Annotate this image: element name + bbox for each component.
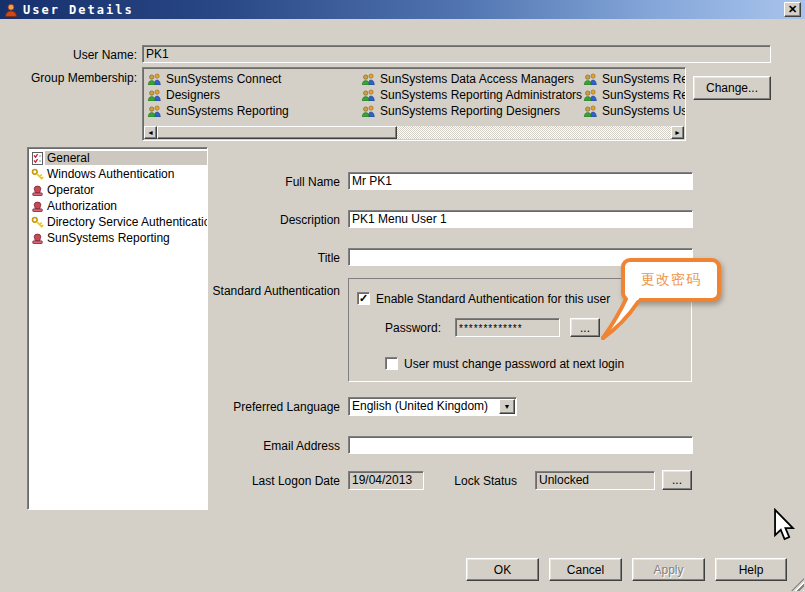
group-item[interactable]: SunSystems User [583,103,686,119]
ok-button[interactable]: OK [466,558,539,581]
group-membership-label: Group Membership: [0,71,137,85]
tasklist-icon [31,152,45,165]
nav-item-windows-authentication[interactable]: Windows Authentication [28,166,207,182]
scrollbar-thumb[interactable] [157,126,397,139]
group-item-label: SunSystems Repo [602,72,686,86]
callout-text: 更改密码 [641,271,701,289]
nav-item-directory-service-authentication[interactable]: Directory Service Authentication [28,214,207,230]
user-details-dialog: User Details ✕ User Name: PK1 Group Memb… [0,0,805,592]
keys-icon [31,168,45,181]
preferred-language-value: English (United Kingdom) [352,399,488,413]
users-group-icon [147,105,162,117]
callout-bubble: 更改密码 [621,258,721,302]
cancel-button[interactable]: Cancel [549,558,622,581]
users-group-icon [361,89,376,101]
nav-item-label: SunSystems Reporting [45,231,172,245]
nav-item-label: General [45,151,207,165]
group-item-label: SunSystems Reporting Administrators [380,88,582,102]
enable-standard-auth-checkbox[interactable]: ✓ [357,292,370,305]
nav-item-operator[interactable]: Operator [28,182,207,198]
group-item-label: SunSystems User [602,104,686,118]
title-label: Title [200,251,340,265]
group-item[interactable]: SunSystems Repo [583,87,686,103]
user-name-field[interactable]: PK1 [142,45,771,63]
nav-item-sunsystems-reporting[interactable]: SunSystems Reporting [28,230,207,246]
horizontal-scrollbar[interactable]: ◄ ► [144,126,684,139]
group-membership-list[interactable]: SunSystems Connect Designers SunSystems … [142,67,686,141]
must-change-password-label: User must change password at next login [404,357,684,371]
nav-item-authorization[interactable]: Authorization [28,198,207,214]
apply-button: Apply [632,558,705,581]
close-button[interactable]: ✕ [784,2,801,17]
group-item-label: SunSystems Data Access Managers [380,72,574,86]
group-item[interactable]: SunSystems Repo [583,71,686,87]
group-item-label: SunSystems Reporting [166,104,289,118]
email-address-field[interactable] [348,436,693,454]
group-item-label: Designers [166,88,220,102]
stamp-icon [31,200,45,213]
preferred-language-label: Preferred Language [200,400,340,414]
lock-status-label: Lock Status [417,474,517,488]
resize-grip[interactable] [791,578,804,591]
stamp-icon [31,232,45,245]
group-item-label: SunSystems Connect [166,72,281,86]
group-item[interactable]: Designers [147,87,357,103]
chevron-down-icon[interactable]: ▼ [499,399,515,414]
group-item[interactable]: SunSystems Reporting Designers [361,103,581,119]
lock-status-field: Unlocked [535,471,655,490]
stamp-icon [31,184,45,197]
nav-item-label: Operator [45,183,96,197]
standard-authentication-label: Standard Authentication [200,284,340,298]
window-title: User Details [23,3,134,17]
users-group-icon [147,89,162,101]
help-button[interactable]: Help [715,558,787,581]
full-name-field[interactable]: Mr PK1 [348,172,693,190]
nav-item-label: Authorization [45,199,119,213]
nav-item-general[interactable]: General [28,150,207,166]
description-label: Description [200,213,340,227]
mouse-cursor [772,508,796,545]
password-label: Password: [385,321,455,335]
lock-status-browse-button[interactable]: ... [662,470,692,490]
callout-tail-pointer [598,297,654,346]
users-group-icon [583,89,598,101]
nav-item-label: Windows Authentication [45,167,176,181]
group-item-label: SunSystems Reporting Designers [380,104,560,118]
last-logon-date-field: 19/04/2013 [348,471,424,490]
password-field[interactable]: ************* [455,318,560,337]
user-icon [4,3,18,17]
user-name-label: User Name: [0,48,137,62]
email-address-label: Email Address [200,439,340,453]
group-item-label: SunSystems Repo [602,88,686,102]
users-group-icon [147,73,162,85]
nav-item-label: Directory Service Authentication [45,215,208,229]
users-group-icon [583,105,598,117]
change-password-button[interactable]: ... [570,318,600,337]
group-item[interactable]: SunSystems Reporting Administrators [361,87,581,103]
scroll-left-button[interactable]: ◄ [144,126,157,139]
change-button[interactable]: Change... [693,76,771,100]
users-group-icon [361,73,376,85]
settings-nav-list[interactable]: General Windows Authentication Operator … [27,147,208,510]
users-group-icon [583,73,598,85]
description-field[interactable]: PK1 Menu User 1 [348,210,693,228]
full-name-label: Full Name [200,175,340,189]
group-item[interactable]: SunSystems Data Access Managers [361,71,581,87]
scroll-right-button[interactable]: ► [671,126,684,139]
group-item[interactable]: SunSystems Reporting [147,103,357,119]
keys-icon [31,216,45,229]
titlebar[interactable]: User Details ✕ [0,0,805,19]
group-item[interactable]: SunSystems Connect [147,71,357,87]
last-logon-date-label: Last Logon Date [200,474,340,488]
users-group-icon [361,105,376,117]
must-change-password-checkbox[interactable] [385,357,398,370]
preferred-language-combo[interactable]: English (United Kingdom) ▼ [348,397,517,416]
